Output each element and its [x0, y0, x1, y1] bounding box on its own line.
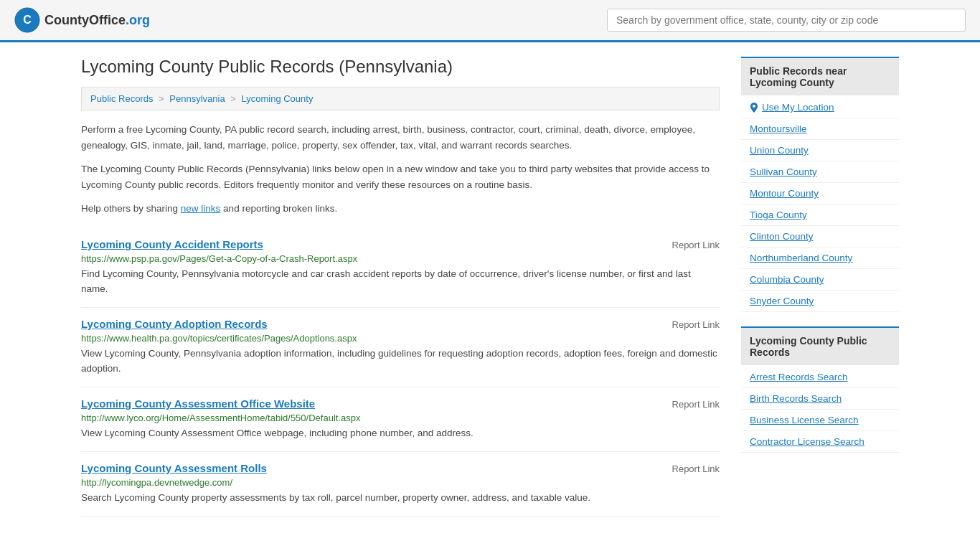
sidebar-item-snyder-county[interactable]: Snyder County [741, 291, 899, 312]
record-desc-4: Search Lycoming County property assessme… [81, 491, 720, 506]
location-icon [750, 103, 758, 113]
sidebar-item-union-county[interactable]: Union County [741, 140, 899, 161]
record-url-2[interactable]: https://www.health.pa.gov/topics/certifi… [81, 333, 720, 344]
sidebar-item-birth-records[interactable]: Birth Records Search [741, 388, 899, 410]
sidebar-item-sullivan-county[interactable]: Sullivan County [741, 161, 899, 183]
new-links-link[interactable]: new links [181, 203, 221, 214]
record-desc-2: View Lycoming County, Pennsylvania adopt… [81, 347, 720, 377]
report-link-3[interactable]: Report Link [672, 399, 720, 410]
intro-paragraph-2: The Lycoming County Public Records (Penn… [81, 161, 720, 192]
sidebar-item-business-license[interactable]: Business License Search [741, 410, 899, 431]
record-title-3[interactable]: Lycoming County Assessment Office Websit… [81, 397, 315, 410]
report-link-1[interactable]: Report Link [672, 240, 720, 250]
breadcrumb-public-records[interactable]: Public Records [90, 93, 153, 104]
record-title-4[interactable]: Lycoming County Assessment Rolls [81, 462, 267, 474]
use-my-location-link[interactable]: Use My Location [762, 102, 834, 113]
sidebar-item-montoursville[interactable]: Montoursville [741, 118, 899, 140]
sidebar-item-columbia-county[interactable]: Columbia County [741, 269, 899, 291]
logo-text: CountyOffice.org [44, 13, 150, 28]
record-url-4[interactable]: http://lycomingpa.devnetwedge.com/ [81, 477, 720, 488]
record-url-1[interactable]: https://www.psp.pa.gov/Pages/Get-a-Copy-… [81, 253, 720, 264]
sidebar-item-arrest-records[interactable]: Arrest Records Search [741, 367, 899, 388]
record-item: Lycoming County Accident Reports Report … [81, 228, 720, 308]
record-desc-1: Find Lycoming County, Pennsylvania motor… [81, 267, 720, 297]
report-link-2[interactable]: Report Link [672, 319, 720, 330]
content-area: Lycoming County Public Records (Pennsylv… [81, 57, 720, 517]
record-desc-3: View Lycoming County Assessment Office w… [81, 426, 720, 441]
sidebar-item-location[interactable]: Use My Location [741, 97, 899, 118]
sidebar-nearby-section: Public Records nearLycoming County Use M… [741, 57, 899, 312]
record-item: Lycoming County Assessment Rolls Report … [81, 452, 720, 517]
intro-paragraph-1: Perform a free Lycoming County, PA publi… [81, 122, 720, 153]
search-input[interactable] [607, 9, 966, 32]
logo-area[interactable]: C CountyOffice.org [14, 7, 150, 33]
page-title: Lycoming County Public Records (Pennsylv… [81, 57, 720, 77]
record-item: Lycoming County Adoption Records Report … [81, 308, 720, 387]
intro-paragraph-3: Help others by sharing new links and rep… [81, 201, 720, 217]
breadcrumb: Public Records > Pennsylvania > Lycoming… [81, 87, 720, 110]
sidebar-item-tioga-county[interactable]: Tioga County [741, 204, 899, 226]
svg-text:C: C [23, 14, 32, 26]
main-container: Lycoming County Public Records (Pennsylv… [60, 42, 920, 531]
sidebar-local-section: Lycoming County PublicRecords Arrest Rec… [741, 326, 899, 453]
sidebar-nearby-heading: Public Records nearLycoming County [741, 57, 899, 95]
breadcrumb-pennsylvania[interactable]: Pennsylvania [169, 93, 225, 104]
record-url-3[interactable]: http://www.lyco.org/Home/AssessmentHome/… [81, 413, 720, 423]
report-link-4[interactable]: Report Link [672, 463, 720, 474]
record-title[interactable]: Lycoming County Accident Reports [81, 238, 263, 250]
header: C CountyOffice.org [0, 0, 980, 42]
breadcrumb-lycoming-county[interactable]: Lycoming County [241, 93, 313, 104]
sidebar-item-clinton-county[interactable]: Clinton County [741, 226, 899, 248]
logo-icon: C [14, 7, 40, 33]
sidebar-local-heading: Lycoming County PublicRecords [741, 326, 899, 365]
sidebar: Public Records nearLycoming County Use M… [741, 57, 899, 517]
records-list: Lycoming County Accident Reports Report … [81, 228, 720, 517]
record-item: Lycoming County Assessment Office Websit… [81, 387, 720, 452]
record-title-2[interactable]: Lycoming County Adoption Records [81, 318, 268, 330]
sidebar-item-montour-county[interactable]: Montour County [741, 183, 899, 204]
sidebar-item-northumberland-county[interactable]: Northumberland County [741, 248, 899, 269]
sidebar-item-contractor-license[interactable]: Contractor License Search [741, 431, 899, 453]
